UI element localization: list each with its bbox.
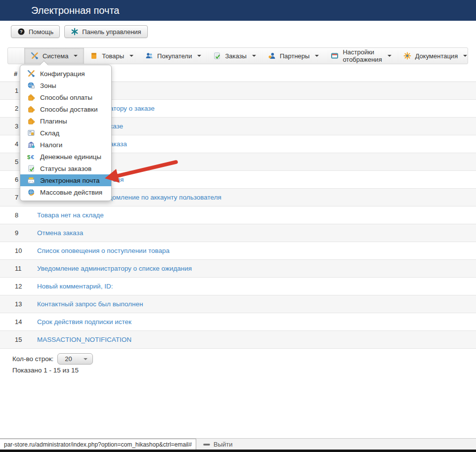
email-name-link[interactable]: Отмена заказа: [37, 229, 83, 237]
dropdown-item-11[interactable]: Массовые действия: [20, 186, 111, 198]
email-name-link[interactable]: MASSACTION_NOTIFICATION: [37, 336, 131, 343]
dropdown-item-1[interactable]: Конфигурация: [20, 68, 111, 80]
page-header: Электронная почта: [0, 0, 476, 21]
email-name-link[interactable]: Уведомление администратору о списке ожид…: [37, 265, 192, 272]
table-row: 12Новый комментарий, ID:: [0, 278, 476, 295]
email-name-link[interactable]: Список оповещения о поступлении товара: [37, 247, 170, 254]
row-number: 15: [0, 336, 37, 343]
dropdown-item-label: Электронная почта: [40, 177, 99, 184]
toolbar: ? Помощь Панель управления: [11, 25, 148, 38]
display-icon: [331, 52, 339, 60]
menu-item-label: Товары: [102, 52, 124, 60]
menu-item-label: Документация: [415, 52, 458, 60]
rows-per-page-value: 20: [65, 355, 72, 363]
menu-item-3[interactable]: Покупатели: [139, 48, 207, 64]
dropdown-item-6[interactable]: Склад: [20, 127, 111, 139]
chevron-down-icon: [197, 55, 201, 57]
status-bar: par-store.ru/administrator/index.php?opt…: [0, 438, 476, 450]
table-row: 14Срок действия подписки истек: [0, 313, 476, 331]
main-menubar: СистемаТоварыПокупателиЗаказыПартнерыНас…: [7, 47, 468, 64]
menu-item-label: Партнеры: [280, 52, 309, 60]
menu-item-6[interactable]: Настройки отображения: [325, 48, 397, 64]
system-dropdown-menu: КонфигурацияЗоныСпособы оплатыСпособы до…: [20, 65, 112, 201]
dropdown-item-label: Склад: [40, 129, 59, 137]
menu-item-4[interactable]: Заказы: [207, 48, 261, 64]
email-name-link[interactable]: аказа: [110, 140, 127, 148]
rows-per-page-select[interactable]: 20: [57, 353, 93, 365]
email-name-link[interactable]: Новый комментарий, ID:: [37, 283, 113, 290]
chevron-down-icon: [130, 55, 133, 57]
dropdown-item-2[interactable]: Зоны: [20, 80, 111, 91]
row-number: 14: [0, 318, 37, 326]
email-icon: [27, 176, 35, 184]
docs-icon: [403, 52, 411, 60]
email-name-link[interactable]: теля: [110, 176, 124, 183]
menu-item-label: Система: [43, 52, 68, 60]
chevron-down-icon: [388, 55, 391, 57]
dropdown-item-9[interactable]: Статусы заказов: [20, 163, 111, 174]
control-panel-button-label: Панель управления: [82, 28, 141, 36]
chevron-down-icon: [315, 55, 319, 57]
dropdown-item-8[interactable]: $€Денежные единицы: [20, 151, 111, 163]
chevron-down-icon: [74, 55, 78, 57]
logout-minus-icon: [203, 441, 211, 449]
row-number: 8: [0, 211, 37, 219]
products-icon: [90, 52, 98, 60]
help-button[interactable]: ? Помощь: [11, 25, 60, 38]
page-title: Электронная почта: [31, 0, 119, 21]
dropdown-item-4[interactable]: Способы доставки: [20, 103, 111, 115]
menu-item-1[interactable]: Система: [24, 48, 84, 64]
status-icon: [27, 164, 35, 172]
row-number: 10: [0, 247, 37, 254]
dropdown-item-label: Конфигурация: [40, 70, 85, 78]
rows-per-page-label: Кол-во строк:: [12, 355, 53, 363]
menu-item-7[interactable]: Документация: [397, 48, 474, 64]
menu-item-5[interactable]: Партнеры: [262, 48, 325, 64]
taxes-icon: [27, 141, 35, 149]
menu-item-label: Настройки отображения: [343, 48, 382, 63]
table-row: 15MASSACTION_NOTIFICATION: [0, 331, 476, 349]
config-icon: [27, 70, 35, 78]
logout-button[interactable]: Выйти: [203, 439, 233, 450]
puzzle-icon: [27, 93, 35, 101]
control-panel-button[interactable]: Панель управления: [64, 25, 147, 38]
puzzle-icon: [27, 117, 35, 125]
dropdown-item-3[interactable]: Способы оплаты: [20, 91, 111, 103]
warehouse-icon: [27, 129, 35, 137]
table-row: 13Контактный запрос был выполнен: [0, 295, 476, 313]
menu-item-2[interactable]: Товары: [84, 48, 139, 64]
link-preview: par-store.ru/administrator/index.php?opt…: [0, 439, 196, 450]
chevron-down-icon: [252, 55, 256, 57]
table-row: 10Список оповещения о поступлении товара: [0, 242, 476, 260]
dropdown-item-label: Массовые действия: [40, 189, 102, 196]
email-name-link[interactable]: Срок действия подписки истек: [37, 318, 131, 326]
row-number: 11: [0, 265, 37, 272]
table-row: 8Товара нет на складе: [0, 206, 476, 224]
dropdown-item-7[interactable]: Налоги: [20, 139, 111, 151]
dropdown-item-label: Способы оплаты: [40, 94, 92, 101]
dropdown-item-label: Зоны: [40, 82, 56, 89]
svg-text:€: €: [31, 154, 34, 160]
orders-icon: [213, 52, 221, 60]
dropdown-item-label: Статусы заказов: [40, 165, 91, 172]
email-name-link[interactable]: атору о заказе: [110, 105, 155, 112]
email-name-link[interactable]: казе: [110, 123, 123, 130]
help-button-label: Помощь: [29, 28, 53, 36]
puzzle-icon: [27, 105, 35, 113]
logout-label: Выйти: [214, 441, 233, 448]
menu-item-label: Покупатели: [157, 52, 192, 60]
svg-text:?: ?: [20, 29, 23, 34]
table-row: 9Отмена заказа: [0, 224, 476, 242]
help-icon: ?: [17, 28, 25, 36]
dropdown-item-10[interactable]: Электронная почта: [20, 174, 111, 186]
row-number: 12: [0, 283, 37, 290]
email-name-link[interactable]: Контактный запрос был выполнен: [37, 300, 143, 308]
email-name-link[interactable]: Товара нет на складе: [37, 211, 104, 219]
row-number: 13: [0, 300, 37, 308]
customers-icon: [145, 52, 153, 60]
dropdown-item-5[interactable]: Плагины: [20, 115, 111, 127]
bottom-strip: [0, 450, 476, 452]
dropdown-item-label: Способы доставки: [40, 106, 97, 113]
dropdown-item-label: Плагины: [40, 118, 67, 125]
partners-icon: [268, 52, 276, 60]
